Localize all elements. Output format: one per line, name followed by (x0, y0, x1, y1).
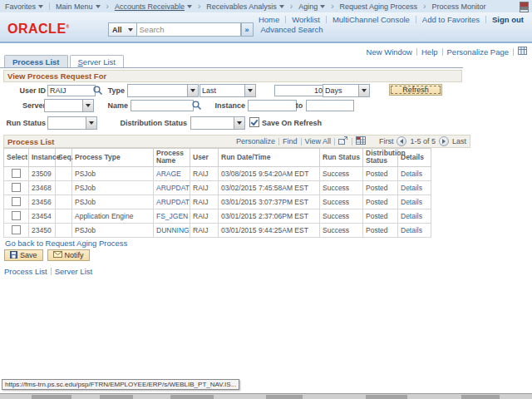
chevron-down-icon (187, 5, 192, 8)
dropdown-button (244, 85, 255, 96)
process-name-link[interactable]: ARAGE (156, 170, 181, 178)
server-list-link[interactable]: Server List (55, 267, 92, 276)
find-link[interactable]: Find (283, 137, 298, 145)
new-window-link[interactable]: New Window (367, 47, 412, 57)
tab-label: Server List (78, 57, 116, 66)
breadcrumb-process-monitor: Process Monitor (431, 2, 485, 11)
cell-process-type: Application Engine (72, 209, 154, 223)
last-select[interactable]: Last (200, 84, 256, 97)
table-row: 23468 PSJob ARUPDATE RAIJ 03/02/2015 7:4… (4, 180, 431, 195)
breadcrumb-label: Request Aging Process (340, 2, 418, 11)
add-to-favorites-link[interactable]: Add to Favorites (422, 15, 480, 24)
tab-process-list[interactable]: Process List (4, 55, 68, 68)
search-scope-value: All (112, 26, 122, 34)
breadcrumb-favorites[interactable]: Favorites (5, 2, 43, 11)
taskbar-segment (366, 395, 407, 399)
cell-distribution-status: Posted (363, 223, 398, 237)
details-link[interactable]: Details (401, 212, 422, 220)
notification-icon[interactable] (520, 2, 529, 12)
groupbox-body: User ID Type Last Days Refresh Server Na… (3, 82, 462, 132)
search-input[interactable] (137, 22, 241, 37)
sign-out-link[interactable]: Sign out (492, 15, 524, 24)
personalize-page-link[interactable]: Personalize Page (447, 47, 509, 57)
user-id-lookup-icon[interactable] (92, 85, 103, 96)
help-link[interactable]: Help (421, 47, 438, 57)
name-input[interactable] (131, 100, 194, 111)
breadcrumb-main-menu[interactable]: Main Menu (56, 2, 101, 11)
zoom-popout-icon[interactable] (338, 136, 348, 146)
pagebar: New Window Help Personalize Page (367, 47, 527, 57)
breadcrumb-label: Receivables Analysis (206, 2, 277, 11)
col-process-name: Process Name (154, 149, 190, 167)
run-status-select[interactable] (47, 116, 97, 130)
process-name-link[interactable]: DUNNINGA (156, 226, 190, 234)
separator (49, 2, 50, 10)
multichannel-console-link[interactable]: MultiChannel Console (332, 15, 410, 24)
refresh-button[interactable]: Refresh (389, 84, 442, 96)
row-select-checkbox[interactable] (12, 225, 21, 234)
days-count-input[interactable] (274, 85, 325, 96)
breadcrumb-receivables-analysis[interactable]: Receivables Analysis (206, 2, 284, 11)
pagination-last[interactable]: Last (452, 137, 466, 145)
search-go-button[interactable]: » (241, 22, 254, 37)
taskbar-segment (100, 395, 133, 399)
search-bar: All » Advanced Search (108, 22, 323, 37)
advanced-search-link[interactable]: Advanced Search (261, 25, 323, 34)
details-link[interactable]: Details (401, 226, 422, 234)
row-select-checkbox[interactable] (12, 169, 21, 178)
user-id-input[interactable] (47, 85, 96, 96)
row-select-checkbox[interactable] (12, 197, 21, 206)
breadcrumb-label: Favorites (5, 2, 36, 11)
breadcrumb-request-aging-process[interactable]: Request Aging Process (340, 2, 418, 11)
separator (326, 16, 327, 23)
separator (416, 48, 417, 56)
col-distribution-status: Distribution Status (363, 149, 398, 167)
name-lookup-icon[interactable] (191, 100, 202, 111)
grid-layout-icon[interactable] (518, 47, 527, 57)
days-unit-select[interactable]: Days (323, 84, 370, 97)
row-select-checkbox[interactable] (12, 211, 21, 220)
instance-from-input[interactable] (248, 100, 297, 111)
previous-page-button[interactable] (397, 136, 406, 146)
table-row: 23456 PSJob ARUPDATE RAIJ 03/01/2015 3:0… (4, 195, 431, 209)
server-select[interactable] (44, 99, 94, 112)
next-page-button[interactable] (439, 136, 449, 146)
breadcrumb-label: Accounts Receivable (115, 2, 185, 11)
separator (485, 16, 486, 23)
distribution-status-select[interactable] (190, 116, 245, 130)
download-grid-icon[interactable] (356, 136, 366, 146)
process-list-link[interactable]: Process List (4, 267, 47, 276)
row-select-checkbox[interactable] (12, 183, 21, 192)
breadcrumb-label: Aging (298, 2, 318, 11)
details-link[interactable]: Details (401, 184, 422, 192)
taskbar-edge (0, 393, 532, 399)
taskbar-segment (461, 395, 500, 399)
save-on-refresh-checkbox[interactable] (249, 117, 259, 127)
breadcrumb-separator-icon (331, 2, 333, 11)
cell-run-datetime: 03/01/2015 2:37:06PM EST (219, 209, 320, 223)
pagination-first[interactable]: First (379, 137, 394, 145)
breadcrumb-aging[interactable]: Aging (298, 2, 325, 11)
details-link[interactable]: Details (401, 170, 422, 178)
personalize-link[interactable]: Personalize (236, 137, 275, 145)
col-seq: Seq. (56, 149, 72, 167)
col-process-type: Process Type (72, 149, 154, 167)
process-name-link[interactable]: ARUPDATE (156, 198, 190, 206)
breadcrumb-accounts-receivable[interactable]: Accounts Receivable (115, 2, 192, 11)
view-all-link[interactable]: View All (305, 137, 331, 145)
tab-server-list[interactable]: Server List (70, 55, 124, 68)
taskbar-segment (266, 395, 303, 399)
search-scope-select[interactable]: All (108, 22, 137, 37)
save-icon (10, 251, 17, 260)
instance-to-input[interactable] (306, 100, 354, 111)
chevron-down-icon (96, 5, 101, 8)
details-link[interactable]: Details (401, 198, 422, 206)
pagination-range: 1-5 of 5 (410, 137, 436, 145)
process-name-link[interactable]: ARUPDATE (156, 184, 190, 192)
type-select[interactable] (127, 84, 199, 97)
go-back-link[interactable]: Go back to Request Aging Process (5, 239, 127, 248)
cell-distribution-status: Posted (363, 180, 398, 195)
notify-button[interactable]: Notify (47, 249, 90, 261)
save-button[interactable]: Save (4, 249, 43, 261)
process-name-link[interactable]: FS_JGEN (156, 212, 188, 220)
